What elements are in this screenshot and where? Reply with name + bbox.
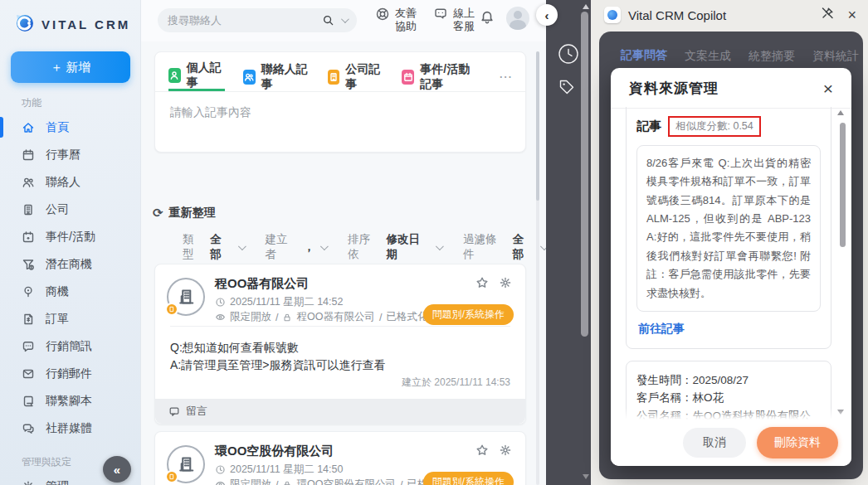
sidebar-item-leads[interactable]: 潛在商機	[0, 250, 140, 278]
filter-condition-dropdown[interactable]: 過濾條件 全部	[463, 232, 546, 262]
copilot-close-icon[interactable]: ×	[847, 7, 856, 22]
card-settings-gear-icon[interactable]	[499, 276, 512, 293]
card-title[interactable]: 環OO空股份有限公司	[215, 444, 334, 459]
card-time: 2025/11/11 星期二 14:50	[230, 463, 343, 477]
right-panel-toggle-button[interactable]: ‹	[536, 4, 558, 26]
filter-label: 建立者	[265, 232, 297, 262]
copilot-title: Vital CRM Copilot	[628, 8, 726, 22]
tab-label: 個人記事	[187, 61, 225, 90]
comment-button[interactable]: 留言	[155, 399, 525, 424]
delete-data-button[interactable]: 刪除資料	[757, 427, 838, 458]
tag-icon[interactable]	[558, 78, 576, 99]
new-button[interactable]: ＋ 新增	[11, 51, 130, 83]
sidebar-item-home[interactable]: 首頁	[0, 114, 140, 141]
card-time: 2025/11/11 星期二 14:52	[230, 295, 343, 309]
card-title[interactable]: 程OO器有限公司	[215, 276, 309, 292]
feed-scrollbar-thumb[interactable]	[536, 51, 539, 201]
search-bar[interactable]	[158, 8, 357, 32]
tab-company-note[interactable]: 公司記事	[328, 62, 384, 91]
opportunity-pin-icon	[22, 285, 35, 298]
sidebar-item-orders[interactable]: 訂單	[0, 305, 140, 332]
customer-name: 客戶名稱：林O花	[636, 389, 821, 407]
filter-sort-dropdown[interactable]: 排序依 修改日期	[348, 232, 441, 262]
sidebar-item-scripts[interactable]: 聯繫腳本	[0, 387, 140, 415]
sidebar-collapse-button[interactable]: «	[103, 456, 131, 483]
user-avatar[interactable]	[506, 7, 529, 30]
unpin-icon[interactable]	[821, 7, 834, 23]
sidebar-section-features: 功能	[22, 96, 140, 110]
note-input[interactable]: 請輸入記事內容	[155, 92, 525, 120]
service-label-1: 線上	[453, 7, 475, 20]
modal-header: 資料來源管理 ×	[611, 68, 851, 109]
clock-icon	[215, 297, 226, 308]
modal-scroll-up-arrow[interactable]	[837, 110, 844, 115]
sidebar-item-social[interactable]: 社群媒體	[0, 415, 140, 442]
notification-bell-icon[interactable]	[480, 10, 495, 28]
filter-value: 修改日期	[386, 232, 430, 262]
company-avatar[interactable]	[167, 278, 205, 316]
search-options-chevron-icon[interactable]	[341, 15, 349, 23]
company-type-badge-icon	[165, 470, 178, 483]
feed-card-company-note: 環OO空股份有限公司 2025/11/11 星期二 14:50 限定開放 / 環…	[154, 431, 526, 485]
filter-creator-dropdown[interactable]: 建立者 ，	[265, 232, 325, 262]
more-tabs-icon[interactable]: ⋯	[499, 69, 512, 85]
script-icon	[22, 395, 35, 408]
similarity-score-box: 相似度分數: 0.54	[668, 116, 761, 137]
funnel-icon	[22, 258, 35, 271]
sidebar-item-label: 聯絡人	[46, 175, 80, 190]
category-badge: 問題別/系統操作	[423, 304, 514, 325]
refresh-button[interactable]: ⟳ 重新整理	[153, 206, 216, 221]
chevron-down-icon	[238, 242, 246, 250]
history-clock-icon[interactable]	[558, 43, 579, 68]
tab-contact-note[interactable]: 聯絡人記事	[243, 62, 310, 91]
sidebar-item-contacts[interactable]: 聯絡人	[0, 168, 140, 196]
sidebar-item-email[interactable]: 行銷郵件	[0, 360, 140, 387]
card-settings-gear-icon[interactable]	[499, 444, 512, 460]
search-icon[interactable]	[322, 14, 334, 27]
sidebar-item-label: 社群媒體	[46, 421, 92, 436]
lock-icon	[282, 480, 292, 485]
copilot-tabs: 記事問答 文案生成 統整摘要 資料統計	[599, 32, 863, 72]
scroll-down-arrow[interactable]	[583, 474, 589, 479]
company-avatar[interactable]	[167, 445, 205, 483]
sidebar-item-label: 潛在商機	[46, 257, 92, 272]
building-icon	[328, 70, 340, 85]
go-to-note-link[interactable]: 前往記事	[638, 322, 819, 337]
sidebar-item-sms[interactable]: 行銷簡訊	[0, 332, 140, 360]
friendly-help-button[interactable]: 友善協助	[375, 7, 417, 34]
panel-scrollbar-thumb[interactable]	[581, 12, 588, 337]
company-type-badge-icon	[165, 303, 178, 316]
chevron-down-icon	[320, 242, 329, 250]
sidebar-item-company[interactable]: 公司	[0, 196, 140, 223]
tab-label: 事件/活動記事	[420, 62, 480, 92]
event-calendar-icon	[402, 70, 414, 85]
source-card: 記事 相似度分數: 0.54 8/26客戶來電 Q:上次出貨的精密模具零件規格和…	[626, 107, 831, 349]
cancel-button[interactable]: 取消	[683, 428, 746, 458]
filter-value: 全部	[210, 232, 232, 262]
star-icon[interactable]	[475, 444, 489, 460]
search-input[interactable]	[168, 14, 315, 27]
copilot-header: Vital CRM Copilot ×	[591, 0, 868, 23]
comment-bubble-icon	[168, 405, 180, 417]
sidebar-item-calendar[interactable]: 行事曆	[0, 141, 140, 168]
brand-logo-row[interactable]: VITAL CRM	[0, 0, 140, 36]
modal-scrollbar-thumb[interactable]	[840, 123, 846, 247]
online-service-button[interactable]: 線上客服	[433, 7, 475, 34]
clock-icon	[215, 464, 226, 475]
separator: /	[400, 479, 402, 485]
occurred-time: 發生時間：2025/08/27	[636, 371, 821, 390]
sidebar-item-events[interactable]: 事件/活動	[0, 223, 140, 250]
tab-personal-note[interactable]: 個人記事	[168, 62, 225, 91]
filter-type-dropdown[interactable]: 類型 全部	[183, 232, 243, 262]
sidebar-item-label: 行銷郵件	[46, 366, 92, 381]
customer-service-chat-icon	[433, 7, 448, 22]
star-icon[interactable]	[475, 276, 489, 293]
building-icon	[22, 203, 35, 216]
card-scope: 程OO器有限公司	[296, 310, 374, 324]
tab-event-note[interactable]: 事件/活動記事	[402, 62, 480, 91]
modal-close-icon[interactable]: ×	[823, 80, 833, 97]
sidebar-item-opportunity[interactable]: 商機	[0, 278, 140, 305]
scroll-up-arrow[interactable]	[583, 4, 589, 9]
event-calendar-icon	[22, 230, 35, 244]
chevron-down-icon	[436, 242, 444, 250]
